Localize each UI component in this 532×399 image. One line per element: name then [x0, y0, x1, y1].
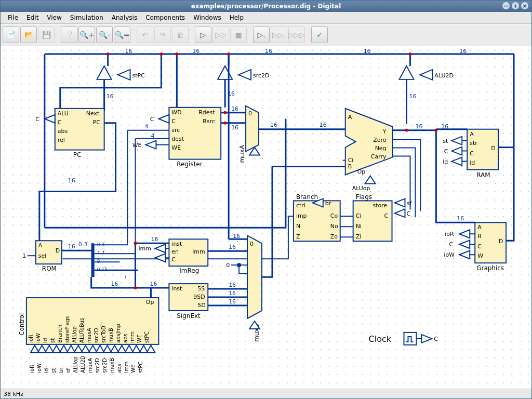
- svg-text:muxA: muxA: [87, 358, 93, 373]
- run-icon[interactable]: ▷: [195, 26, 211, 43]
- control-outputs: [31, 345, 155, 353]
- svg-text:16: 16: [229, 290, 236, 297]
- svg-point-223: [134, 242, 137, 245]
- graphics-block[interactable]: A R C W D Graphics ioR C ioW: [444, 222, 506, 272]
- branch-block[interactable]: ctrl imp N Z Co No Zo Branch br: [294, 193, 340, 241]
- svg-text:C: C: [150, 116, 154, 123]
- register-block[interactable]: WD Rdest C Rsrc src dest WE Register C W…: [132, 108, 221, 168]
- svg-marker-135: [155, 254, 165, 262]
- svg-marker-6: [118, 70, 130, 80]
- zoom-out-icon[interactable]: 🔍-: [96, 26, 113, 43]
- svg-text:abs: abs: [58, 128, 68, 135]
- svg-text:ALUop: ALUop: [73, 356, 78, 373]
- svg-point-215: [175, 52, 178, 56]
- menu-file[interactable]: File: [4, 13, 22, 22]
- tristate-stpc[interactable]: stPC: [97, 66, 145, 80]
- step2-icon[interactable]: ▷▷.: [271, 26, 287, 43]
- menu-edit[interactable]: Edit: [22, 13, 43, 22]
- tristate-src2d[interactable]: src2D: [218, 66, 269, 80]
- svg-marker-182: [74, 345, 83, 353]
- svg-text:C: C: [449, 241, 454, 248]
- svg-text:16: 16: [107, 93, 114, 100]
- svg-text:ALU2D: ALU2D: [434, 72, 454, 79]
- close-button[interactable]: ×: [521, 2, 528, 9]
- svg-text:C: C: [171, 256, 176, 263]
- svg-point-216: [227, 52, 230, 56]
- svg-marker-184: [89, 345, 97, 353]
- svg-text:16: 16: [320, 122, 327, 128]
- zoom-in-icon[interactable]: 🔍+: [78, 26, 95, 43]
- delete-icon[interactable]: 🗑: [172, 26, 189, 43]
- tristate-alu2d[interactable]: ALU2D: [399, 66, 453, 80]
- svg-text:Flags: Flags: [356, 193, 372, 201]
- clock-component[interactable]: Clock C: [369, 332, 438, 345]
- menu-components[interactable]: Components: [141, 13, 189, 22]
- svg-text:Neg: Neg: [375, 145, 387, 152]
- open-icon[interactable]: 📂: [20, 26, 37, 43]
- svg-marker-176: [31, 345, 39, 353]
- mux-b[interactable]: 0 muxB: [247, 235, 262, 342]
- zoom-fit-icon[interactable]: 🔍=: [114, 26, 130, 43]
- mux-a[interactable]: 0 muxA: [238, 106, 260, 163]
- menu-help[interactable]: Help: [225, 13, 248, 22]
- svg-text:C: C: [384, 212, 389, 219]
- svg-text:ALU: ALU: [58, 110, 69, 117]
- stop-icon[interactable]: ■: [230, 26, 247, 43]
- svg-marker-88: [459, 250, 470, 259]
- imreg-block[interactable]: inst en C imm ImReg imm: [138, 239, 208, 274]
- step-icon[interactable]: ▷.: [253, 26, 270, 43]
- svg-text:Op: Op: [357, 168, 366, 175]
- svg-text:ALUToBus: ALUToBus: [79, 318, 85, 343]
- alu-block[interactable]: A B Ci Op Y Zero Neg Carry ALUop: [345, 109, 393, 192]
- svg-marker-38: [145, 141, 156, 149]
- svg-text:abs: abs: [116, 364, 122, 373]
- svg-text:4: 4: [144, 123, 148, 130]
- step3-icon[interactable]: ▷▷▷: [288, 26, 305, 43]
- svg-text:Carry: Carry: [371, 153, 387, 160]
- svg-text:N: N: [296, 223, 300, 230]
- menu-simulation[interactable]: Simulation: [66, 13, 108, 22]
- svg-text:src2D: src2D: [94, 328, 99, 343]
- svg-rect-120: [91, 243, 95, 277]
- save-icon[interactable]: 💾: [38, 26, 55, 43]
- svg-point-222: [134, 286, 137, 289]
- pc-block[interactable]: ALU Next C PC abs rel PC C: [35, 109, 104, 158]
- check-icon[interactable]: ✓: [311, 26, 328, 43]
- menu-analysis[interactable]: Analysis: [108, 13, 141, 22]
- undo-icon[interactable]: ↶: [137, 26, 153, 43]
- menu-view[interactable]: View: [43, 13, 65, 22]
- fast-icon[interactable]: ▷▷: [212, 26, 229, 43]
- svg-text:Control: Control: [18, 313, 25, 336]
- schematic-canvas[interactable]: 16 16 16 16 16 stPC 16 src2D 16: [1, 46, 531, 389]
- rom-block[interactable]: A sel D ROM 1: [22, 241, 62, 272]
- svg-marker-133: [155, 244, 165, 252]
- svg-text:0: 0: [226, 262, 230, 269]
- new-icon[interactable]: 📄: [3, 26, 19, 43]
- signext-block[interactable]: inst 5S 9SD 5D SignExt: [169, 284, 208, 320]
- svg-text:16: 16: [151, 236, 158, 243]
- svg-text:8: 8: [97, 259, 100, 264]
- svg-text:Op: Op: [146, 299, 154, 305]
- svg-text:ALUop: ALUop: [72, 326, 77, 343]
- svg-text:Next: Next: [86, 110, 100, 117]
- flags-block[interactable]: store C Ci Ni Zi Flags sf C: [353, 193, 413, 241]
- ram-block[interactable]: A str C ld D RAM st C ld: [443, 129, 498, 179]
- redo-icon[interactable]: ↷: [154, 26, 171, 43]
- svg-text:st: st: [50, 338, 56, 343]
- svg-marker-211: [421, 335, 432, 343]
- svg-text:16: 16: [231, 124, 238, 131]
- svg-marker-177: [38, 345, 46, 353]
- svg-text:16: 16: [229, 298, 236, 305]
- svg-text:A: A: [477, 224, 482, 231]
- minimize-button[interactable]: —: [502, 2, 510, 9]
- svg-marker-148: [247, 235, 262, 318]
- svg-marker-189: [125, 345, 134, 353]
- maximize-button[interactable]: +: [512, 2, 519, 9]
- svg-text:16: 16: [192, 48, 200, 55]
- menu-windows[interactable]: Windows: [189, 13, 225, 22]
- help-icon[interactable]: ❔: [61, 26, 77, 43]
- svg-text:16: 16: [229, 244, 236, 250]
- svg-marker-73: [451, 147, 462, 155]
- schematic: 16 16 16 16 16 stPC 16 src2D 16: [1, 46, 531, 389]
- svg-text:st: st: [51, 368, 57, 373]
